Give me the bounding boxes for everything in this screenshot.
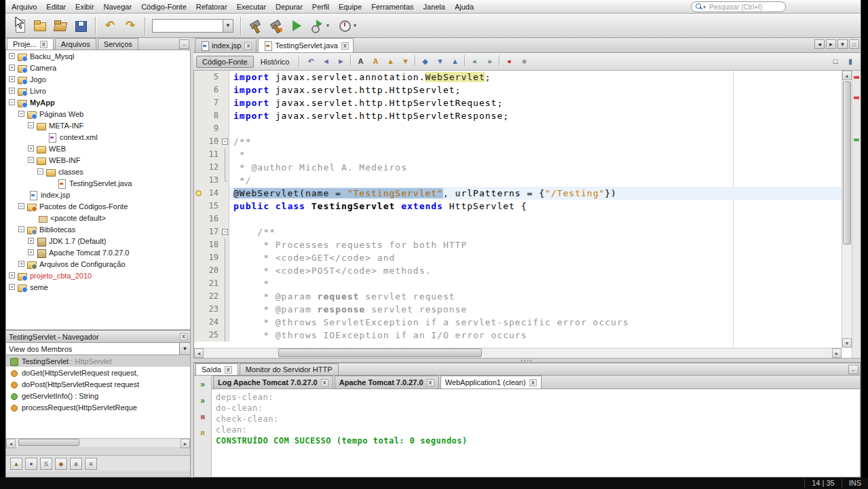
stop-macro-recording-button[interactable]: ■: [517, 55, 531, 69]
tree-node-web[interactable]: +WEB: [6, 143, 190, 154]
tree-node-web-inf[interactable]: −WEB-INF: [6, 154, 190, 166]
collapse-icon[interactable]: −: [37, 168, 43, 175]
output-console[interactable]: deps-clean:do-clean:check-clean:clean:CO…: [212, 389, 860, 477]
code-line-9[interactable]: 9: [194, 122, 842, 135]
tree-node-pacotes-de-codigos-fonte[interactable]: −Pacotes de Códigos-Fonte: [6, 200, 190, 212]
navigator-view-combo[interactable]: View dos Membros ▼: [6, 343, 190, 355]
menu-ajuda[interactable]: Ajuda: [450, 1, 478, 13]
code-line-12[interactable]: 12 * @author Michel A. Medeiros: [194, 161, 842, 174]
code-line-15[interactable]: 15public class TestingServlet extends Ht…: [194, 200, 842, 213]
tree-node-context-xml[interactable]: context.xml: [6, 131, 190, 143]
scroll-down-icon[interactable]: ▼: [842, 338, 852, 348]
menu-janela[interactable]: Janela: [419, 1, 450, 13]
search-input[interactable]: [708, 3, 800, 12]
output-tab-saida[interactable]: Saídax: [195, 363, 238, 375]
editor-vertical-scrollbar[interactable]: ▲ ▼: [842, 71, 852, 348]
expand-icon[interactable]: +: [9, 272, 15, 278]
last-edited-button[interactable]: ↶: [304, 55, 318, 69]
error-stripe-mark[interactable]: [854, 76, 859, 79]
code-line-13[interactable]: 13 */: [194, 174, 842, 187]
menu-executar[interactable]: Executar: [232, 1, 271, 13]
chevron-down-icon[interactable]: ▾: [354, 22, 356, 29]
output-doc-tab-log-apache-tomcat-7-0-27-0[interactable]: Log Apache Tomcat 7.0.27.0x: [213, 376, 333, 388]
code-line-7[interactable]: 7import javax.servlet.http.HttpServletRe…: [194, 96, 842, 109]
menu-editar[interactable]: Editar: [41, 1, 71, 13]
chevron-down-icon[interactable]: ▼: [179, 343, 190, 355]
rerun-build-with-options-button[interactable]: »: [197, 395, 209, 407]
minimize-window-icon[interactable]: –: [179, 39, 189, 49]
tree-node-myapp[interactable]: −MyApp: [6, 96, 190, 108]
next-bookmark-button[interactable]: ▼: [433, 55, 447, 69]
history-view-button[interactable]: Histórico: [255, 56, 295, 67]
find-selection-button[interactable]: A: [354, 55, 367, 69]
menu-depurar[interactable]: Depurar: [271, 1, 307, 13]
scroll-left-icon[interactable]: ◄: [194, 348, 204, 358]
previous-occurrence-button[interactable]: ▲: [383, 55, 397, 69]
scroll-tabs-right-button[interactable]: ►: [826, 39, 836, 49]
code-fold-icon[interactable]: −: [222, 139, 228, 145]
show-non-public-members-button[interactable]: ◆: [55, 458, 67, 470]
panel-tab-servicos[interactable]: Serviços: [98, 38, 138, 50]
tree-node-livro[interactable]: +Livro: [6, 85, 190, 96]
scroll-tabs-left-button[interactable]: ◄: [814, 39, 825, 49]
tree-node-meta-inf[interactable]: −META-INF: [6, 120, 190, 131]
collapse-icon[interactable]: −: [18, 226, 24, 232]
tree-node-camera[interactable]: +Camera: [6, 62, 190, 73]
ant-settings-button[interactable]: ¤: [197, 427, 209, 439]
editor-tab-testingservlet-java[interactable]: TestingServlet.javax: [258, 38, 353, 52]
editor-tab-index-jsp[interactable]: index.jspx: [195, 38, 257, 52]
forward-button[interactable]: ►: [334, 55, 347, 69]
menu-ferramentas[interactable]: Ferramentas: [366, 1, 418, 13]
collapse-icon[interactable]: −: [18, 203, 24, 209]
code-line-17[interactable]: 17− /**: [194, 225, 842, 238]
tree-node-backu-mysql[interactable]: +Backu_Mysql: [6, 50, 190, 62]
tree-node-seme[interactable]: +seme: [6, 281, 190, 293]
navigator-title-bar[interactable]: TestingServlet - Navegador x: [6, 331, 190, 343]
collapse-icon[interactable]: −: [28, 157, 34, 163]
tree-node-bibliotecas[interactable]: −Bibliotecas: [6, 223, 190, 235]
stop-build-button[interactable]: ■: [197, 411, 209, 423]
editor-horizontal-scrollbar[interactable]: ◄ ►: [194, 348, 842, 358]
code-viewport[interactable]: 5import javax.servlet.annotation.WebServ…: [194, 71, 842, 348]
source-view-button[interactable]: Código-Fonte: [196, 56, 254, 68]
chevron-down-icon[interactable]: ▾: [326, 22, 329, 29]
open-project-button[interactable]: [51, 16, 70, 35]
expand-icon[interactable]: +: [18, 261, 24, 267]
expand-icon[interactable]: +: [28, 145, 34, 151]
menu-codigo-fonte[interactable]: Código-Fonte: [136, 1, 191, 13]
minimize-window-icon[interactable]: –: [848, 365, 858, 374]
clean-and-build-project-button[interactable]: [266, 16, 285, 35]
scrollbar-thumb[interactable]: [278, 348, 482, 357]
run-project-button[interactable]: [286, 16, 305, 35]
toggle-highlight-search-button[interactable]: A: [369, 55, 382, 69]
sort-alphabetically-button[interactable]: a: [70, 458, 82, 470]
output-doc-tab-webapplication1-clean[interactable]: WebApplication1 (clean)x: [440, 376, 542, 388]
start-macro-recording-button[interactable]: ●: [502, 55, 516, 69]
tree-node-jogo[interactable]: +Jogo: [6, 73, 190, 85]
scroll-left-icon[interactable]: ◄: [6, 439, 16, 448]
new-project-button[interactable]: [31, 16, 50, 35]
debug-project-button[interactable]: ▾: [307, 16, 333, 35]
code-line-14[interactable]: 14@WebServlet(name = "TestingServlet", u…: [194, 187, 842, 200]
show-static-members-button[interactable]: S: [40, 458, 52, 470]
code-line-22[interactable]: 22 * @param request servlet request: [194, 290, 842, 303]
code-line-10[interactable]: 10−/**: [194, 135, 842, 148]
code-fold-icon[interactable]: −: [222, 229, 228, 235]
scroll-right-icon[interactable]: ►: [832, 348, 842, 358]
code-line-8[interactable]: 8import javax.servlet.http.HttpServletRe…: [194, 109, 842, 122]
code-line-20[interactable]: 20 * <code>POST</code> methods.: [194, 264, 842, 277]
tree-node-testingservlet-java[interactable]: TestingServlet.java: [6, 177, 190, 189]
output-splitter[interactable]: ••••: [193, 358, 861, 363]
next-occurrence-button[interactable]: ▼: [398, 55, 412, 69]
tree-node-projeto-cbta-2010[interactable]: +projeto_cbta_2010: [6, 270, 190, 281]
error-stripe-mark[interactable]: [854, 139, 859, 141]
shift-line-right-button[interactable]: »: [483, 55, 496, 69]
undo-button[interactable]: ↶: [100, 16, 119, 35]
menu-arquivo[interactable]: Arquivo: [7, 1, 41, 13]
toggle-bookmark-button[interactable]: ◆: [418, 55, 432, 69]
collapse-icon[interactable]: −: [18, 111, 24, 117]
collapse-icon[interactable]: −: [28, 122, 34, 128]
tree-node-index-jsp[interactable]: index.jsp: [6, 189, 190, 200]
member-dopost-httpservletrequest-request[interactable]: doPost(HttpServletRequest request: [6, 378, 190, 390]
close-icon[interactable]: x: [321, 379, 328, 386]
